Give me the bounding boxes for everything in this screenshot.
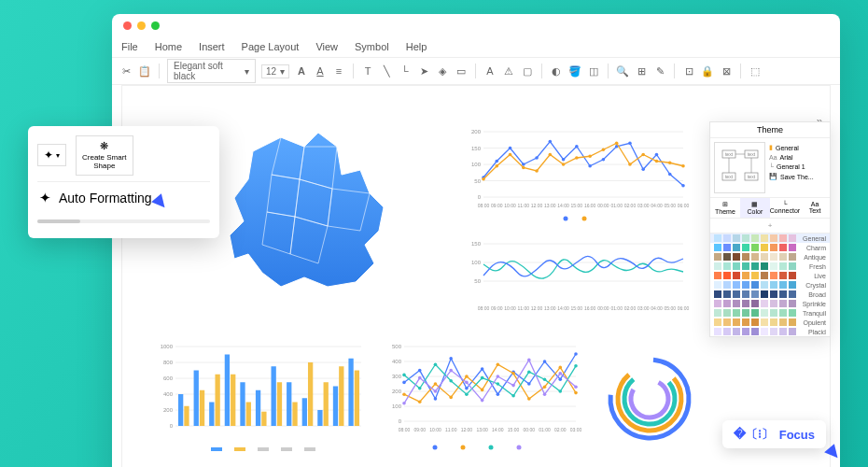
min-dot[interactable] <box>137 21 146 30</box>
svg-point-41 <box>681 184 685 188</box>
svg-text:01:00: 01:00 <box>610 203 623 208</box>
unlock-icon[interactable]: ⊠ <box>720 64 733 78</box>
theme-preview[interactable]: texttexttexttext <box>714 142 765 193</box>
theme-row-sprinkle[interactable]: Sprinkle <box>710 299 830 308</box>
chart-radial[interactable] <box>594 343 706 455</box>
search-icon[interactable]: 🔍 <box>616 64 629 78</box>
theme-row-live[interactable]: Live <box>710 271 830 280</box>
bucket-icon[interactable]: 🪣 <box>568 64 581 78</box>
svg-point-181 <box>558 389 562 393</box>
grid-icon[interactable]: ⊞ <box>635 64 648 78</box>
svg-point-48 <box>562 163 566 166</box>
svg-point-164 <box>481 389 484 392</box>
chart-bars[interactable]: 02004006008001000 <box>155 343 365 455</box>
format-slider[interactable] <box>37 219 210 223</box>
cube-icon[interactable]: ⬚ <box>749 64 762 78</box>
crop-icon[interactable]: ◫ <box>587 64 600 78</box>
menu-file[interactable]: File <box>121 41 138 52</box>
menu-home[interactable]: Home <box>155 41 182 52</box>
svg-text:text: text <box>725 174 734 179</box>
warning-icon[interactable]: ⚠ <box>502 64 515 78</box>
menu-layout[interactable]: Page Layout <box>242 41 300 52</box>
svg-rect-110 <box>246 403 251 427</box>
cut-icon[interactable]: ✂ <box>119 64 133 78</box>
theme-row-placid[interactable]: Placid <box>710 327 830 336</box>
svg-point-192 <box>543 392 547 396</box>
sparkle-button[interactable]: ✦▾ <box>37 144 66 166</box>
svg-text:08:00: 08:00 <box>399 427 411 432</box>
theme-opt-arial[interactable]: AaArial <box>769 154 826 161</box>
svg-point-56 <box>668 161 672 164</box>
pen-icon[interactable]: ✎ <box>653 64 666 78</box>
close-dot[interactable] <box>123 21 132 30</box>
align-icon[interactable]: ≡ <box>332 64 345 78</box>
lock-icon[interactable]: 🔒 <box>701 64 714 78</box>
menu-insert[interactable]: Insert <box>199 41 225 52</box>
create-smart-shape-button[interactable]: ❋ Create Smart Shape <box>76 135 133 176</box>
svg-text:text: text <box>748 174 756 179</box>
rect-icon[interactable]: ▢ <box>521 64 534 78</box>
fill-icon[interactable]: ◐ <box>550 64 563 78</box>
svg-text:0: 0 <box>478 194 482 200</box>
svg-rect-113 <box>292 403 297 427</box>
tab-connector[interactable]: └Connector <box>770 198 800 218</box>
theme-opt-general[interactable]: ▮General <box>769 144 826 151</box>
bold-icon[interactable]: A <box>295 64 308 78</box>
focus-button[interactable]: �〔⁝〕 Focus <box>722 420 826 448</box>
tab-text[interactable]: AaText <box>800 198 830 218</box>
chart-waves[interactable]: 5010015008:0009:0010:0011:0012:0013:0014… <box>463 240 687 324</box>
menu-view[interactable]: View <box>315 41 338 52</box>
svg-text:02:00: 02:00 <box>554 427 567 432</box>
chart-multilines[interactable]: 010020030040050008:0009:0010:0011:0012:0… <box>384 343 580 455</box>
auto-format-item[interactable]: ✦ Auto Formatting <box>37 182 210 214</box>
theme-row-antique[interactable]: Antique <box>710 252 830 262</box>
line-tool-icon[interactable]: ╲ <box>380 64 393 78</box>
menu-symbol[interactable]: Symbol <box>355 41 389 52</box>
theme-row-broad[interactable]: Broad <box>710 290 830 299</box>
svg-point-190 <box>511 384 515 388</box>
svg-rect-107 <box>200 390 204 426</box>
svg-text:12:00: 12:00 <box>531 305 543 311</box>
theme-row-charm[interactable]: Charm <box>710 243 830 252</box>
svg-text:800: 800 <box>163 360 174 365</box>
theme-row-tranquil[interactable]: Tranquil <box>710 308 830 318</box>
color-icon[interactable]: A <box>314 64 327 78</box>
menu-help[interactable]: Help <box>406 41 427 52</box>
tab-color[interactable]: ▦Color <box>740 198 770 218</box>
svg-text:16:00: 16:00 <box>584 305 596 311</box>
svg-point-46 <box>535 169 539 173</box>
svg-text:14:00: 14:00 <box>557 203 569 208</box>
svg-text:500: 500 <box>392 344 402 349</box>
layers-icon[interactable]: ◈ <box>436 64 449 78</box>
chart-lines-1[interactable]: 05010015020008:0009:0010:0011:0012:0013:… <box>463 128 687 221</box>
font2-icon[interactable]: A <box>483 64 497 78</box>
focus-icon: �〔⁝〕 <box>734 426 774 443</box>
font-select[interactable]: Elegant soft black▾ <box>167 59 256 83</box>
connector-icon[interactable]: └ <box>399 64 412 78</box>
svg-text:13:00: 13:00 <box>476 427 488 432</box>
max-dot[interactable] <box>151 21 160 30</box>
group-icon[interactable]: ⊡ <box>682 64 695 78</box>
svg-text:200: 200 <box>392 389 402 394</box>
add-theme-button[interactable]: + <box>710 219 830 234</box>
svg-point-185 <box>434 389 438 393</box>
pointer-icon[interactable]: ➤ <box>417 64 430 78</box>
size-select[interactable]: 12▾ <box>261 64 289 78</box>
theme-row-general[interactable]: General <box>710 234 830 243</box>
tab-theme[interactable]: ⊞Theme <box>710 198 740 218</box>
theme-row-crystal[interactable]: Crystal <box>710 280 830 290</box>
theme-opt-general1[interactable]: └General 1 <box>769 163 826 170</box>
svg-text:12:00: 12:00 <box>461 427 473 432</box>
svg-text:15:00: 15:00 <box>571 305 583 311</box>
theme-opt-save[interactable]: 💾Save The... <box>769 173 826 180</box>
paste-icon[interactable]: 📋 <box>138 64 151 78</box>
theme-row-opulent[interactable]: Opulent <box>710 318 830 327</box>
svg-text:50: 50 <box>474 278 481 284</box>
svg-text:100: 100 <box>471 260 482 265</box>
map-graphic[interactable] <box>216 123 421 310</box>
text-tool-icon[interactable]: T <box>361 64 374 78</box>
svg-text:200: 200 <box>471 129 482 134</box>
shape-icon[interactable]: ▭ <box>455 64 468 78</box>
svg-rect-121 <box>281 447 292 451</box>
theme-row-fresh[interactable]: Fresh <box>710 262 830 271</box>
